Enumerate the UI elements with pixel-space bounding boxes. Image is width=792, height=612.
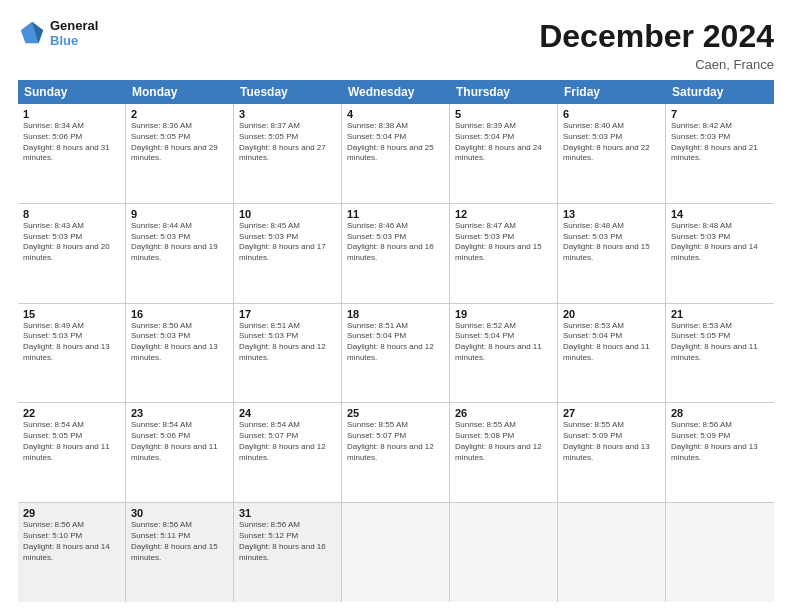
calendar-cell: 10Sunrise: 8:45 AM Sunset: 5:03 PM Dayli… [234,204,342,303]
calendar-header: Sunday Monday Tuesday Wednesday Thursday… [18,80,774,104]
logo: General Blue [18,18,98,48]
month-title: December 2024 [539,18,774,55]
cell-details: Sunrise: 8:50 AM Sunset: 5:03 PM Dayligh… [131,321,228,364]
title-block: December 2024 Caen, France [539,18,774,72]
calendar-cell: 9Sunrise: 8:44 AM Sunset: 5:03 PM Daylig… [126,204,234,303]
calendar-week-5: 29Sunrise: 8:56 AM Sunset: 5:10 PM Dayli… [18,503,774,602]
calendar-cell: 31Sunrise: 8:56 AM Sunset: 5:12 PM Dayli… [234,503,342,602]
calendar-cell: 7Sunrise: 8:42 AM Sunset: 5:03 PM Daylig… [666,104,774,203]
day-number: 31 [239,507,336,519]
calendar-cell: 20Sunrise: 8:53 AM Sunset: 5:04 PM Dayli… [558,304,666,403]
cell-details: Sunrise: 8:48 AM Sunset: 5:03 PM Dayligh… [671,221,769,264]
cell-details: Sunrise: 8:39 AM Sunset: 5:04 PM Dayligh… [455,121,552,164]
cell-details: Sunrise: 8:46 AM Sunset: 5:03 PM Dayligh… [347,221,444,264]
header-thursday: Thursday [450,80,558,104]
day-number: 1 [23,108,120,120]
day-number: 20 [563,308,660,320]
calendar-cell: 29Sunrise: 8:56 AM Sunset: 5:10 PM Dayli… [18,503,126,602]
day-number: 2 [131,108,228,120]
cell-details: Sunrise: 8:38 AM Sunset: 5:04 PM Dayligh… [347,121,444,164]
calendar-cell [450,503,558,602]
cell-details: Sunrise: 8:54 AM Sunset: 5:05 PM Dayligh… [23,420,120,463]
page: General Blue December 2024 Caen, France … [0,0,792,612]
calendar-cell: 28Sunrise: 8:56 AM Sunset: 5:09 PM Dayli… [666,403,774,502]
calendar-cell: 17Sunrise: 8:51 AM Sunset: 5:03 PM Dayli… [234,304,342,403]
cell-details: Sunrise: 8:56 AM Sunset: 5:09 PM Dayligh… [671,420,769,463]
cell-details: Sunrise: 8:43 AM Sunset: 5:03 PM Dayligh… [23,221,120,264]
day-number: 23 [131,407,228,419]
cell-details: Sunrise: 8:52 AM Sunset: 5:04 PM Dayligh… [455,321,552,364]
calendar-cell: 26Sunrise: 8:55 AM Sunset: 5:08 PM Dayli… [450,403,558,502]
day-number: 12 [455,208,552,220]
header-saturday: Saturday [666,80,774,104]
logo-text: General Blue [50,18,98,48]
calendar-cell: 21Sunrise: 8:53 AM Sunset: 5:05 PM Dayli… [666,304,774,403]
calendar-cell: 18Sunrise: 8:51 AM Sunset: 5:04 PM Dayli… [342,304,450,403]
day-number: 26 [455,407,552,419]
calendar-week-2: 8Sunrise: 8:43 AM Sunset: 5:03 PM Daylig… [18,204,774,304]
cell-details: Sunrise: 8:53 AM Sunset: 5:05 PM Dayligh… [671,321,769,364]
day-number: 3 [239,108,336,120]
day-number: 13 [563,208,660,220]
day-number: 8 [23,208,120,220]
calendar-cell: 4Sunrise: 8:38 AM Sunset: 5:04 PM Daylig… [342,104,450,203]
cell-details: Sunrise: 8:37 AM Sunset: 5:05 PM Dayligh… [239,121,336,164]
calendar-cell: 1Sunrise: 8:34 AM Sunset: 5:06 PM Daylig… [18,104,126,203]
cell-details: Sunrise: 8:48 AM Sunset: 5:03 PM Dayligh… [563,221,660,264]
day-number: 10 [239,208,336,220]
day-number: 25 [347,407,444,419]
calendar-cell: 22Sunrise: 8:54 AM Sunset: 5:05 PM Dayli… [18,403,126,502]
day-number: 18 [347,308,444,320]
cell-details: Sunrise: 8:56 AM Sunset: 5:12 PM Dayligh… [239,520,336,563]
calendar-cell: 15Sunrise: 8:49 AM Sunset: 5:03 PM Dayli… [18,304,126,403]
calendar-cell: 12Sunrise: 8:47 AM Sunset: 5:03 PM Dayli… [450,204,558,303]
cell-details: Sunrise: 8:54 AM Sunset: 5:06 PM Dayligh… [131,420,228,463]
day-number: 27 [563,407,660,419]
calendar-body: 1Sunrise: 8:34 AM Sunset: 5:06 PM Daylig… [18,104,774,602]
calendar-cell [342,503,450,602]
calendar-cell: 8Sunrise: 8:43 AM Sunset: 5:03 PM Daylig… [18,204,126,303]
day-number: 19 [455,308,552,320]
cell-details: Sunrise: 8:36 AM Sunset: 5:05 PM Dayligh… [131,121,228,164]
cell-details: Sunrise: 8:44 AM Sunset: 5:03 PM Dayligh… [131,221,228,264]
header-wednesday: Wednesday [342,80,450,104]
day-number: 15 [23,308,120,320]
calendar-cell: 3Sunrise: 8:37 AM Sunset: 5:05 PM Daylig… [234,104,342,203]
calendar-cell: 14Sunrise: 8:48 AM Sunset: 5:03 PM Dayli… [666,204,774,303]
calendar-cell: 27Sunrise: 8:55 AM Sunset: 5:09 PM Dayli… [558,403,666,502]
header-friday: Friday [558,80,666,104]
cell-details: Sunrise: 8:49 AM Sunset: 5:03 PM Dayligh… [23,321,120,364]
day-number: 6 [563,108,660,120]
cell-details: Sunrise: 8:53 AM Sunset: 5:04 PM Dayligh… [563,321,660,364]
calendar-cell: 11Sunrise: 8:46 AM Sunset: 5:03 PM Dayli… [342,204,450,303]
day-number: 16 [131,308,228,320]
calendar-cell: 2Sunrise: 8:36 AM Sunset: 5:05 PM Daylig… [126,104,234,203]
cell-details: Sunrise: 8:45 AM Sunset: 5:03 PM Dayligh… [239,221,336,264]
cell-details: Sunrise: 8:40 AM Sunset: 5:03 PM Dayligh… [563,121,660,164]
day-number: 9 [131,208,228,220]
cell-details: Sunrise: 8:55 AM Sunset: 5:07 PM Dayligh… [347,420,444,463]
cell-details: Sunrise: 8:42 AM Sunset: 5:03 PM Dayligh… [671,121,769,164]
calendar-cell: 13Sunrise: 8:48 AM Sunset: 5:03 PM Dayli… [558,204,666,303]
calendar-cell: 19Sunrise: 8:52 AM Sunset: 5:04 PM Dayli… [450,304,558,403]
calendar-week-1: 1Sunrise: 8:34 AM Sunset: 5:06 PM Daylig… [18,104,774,204]
day-number: 11 [347,208,444,220]
calendar-cell: 25Sunrise: 8:55 AM Sunset: 5:07 PM Dayli… [342,403,450,502]
day-number: 7 [671,108,769,120]
day-number: 14 [671,208,769,220]
day-number: 28 [671,407,769,419]
cell-details: Sunrise: 8:47 AM Sunset: 5:03 PM Dayligh… [455,221,552,264]
day-number: 24 [239,407,336,419]
calendar: Sunday Monday Tuesday Wednesday Thursday… [18,80,774,602]
day-number: 29 [23,507,120,519]
cell-details: Sunrise: 8:54 AM Sunset: 5:07 PM Dayligh… [239,420,336,463]
calendar-cell [666,503,774,602]
day-number: 30 [131,507,228,519]
calendar-cell [558,503,666,602]
day-number: 22 [23,407,120,419]
calendar-cell: 16Sunrise: 8:50 AM Sunset: 5:03 PM Dayli… [126,304,234,403]
day-number: 17 [239,308,336,320]
cell-details: Sunrise: 8:51 AM Sunset: 5:04 PM Dayligh… [347,321,444,364]
logo-icon [18,19,46,47]
header-monday: Monday [126,80,234,104]
